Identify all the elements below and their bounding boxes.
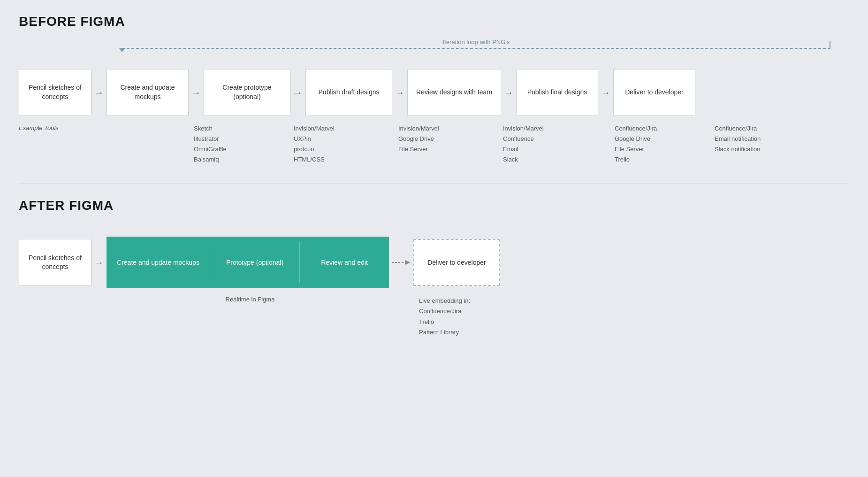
after-figma-title: AFTER FIGMA: [19, 198, 849, 213]
dashed-arrow-svg: [392, 258, 411, 267]
tools-review: Invision/Marvel Confluence Email Slack: [503, 123, 597, 165]
arrow-4-5: →: [392, 87, 407, 98]
after-flow-row: Pencil sketches of concepts → Create and…: [19, 237, 849, 288]
tools-publish-final: Confluence/Jira Google Drive File Server…: [615, 123, 697, 165]
after-tools-row: Realtime in Figma Live embedding in: Con…: [19, 296, 849, 337]
arrow-3-4: →: [290, 87, 305, 98]
before-figma-section: BEFORE FIGMA Iteration loop with PNG's P…: [19, 14, 849, 165]
dashed-arrow-down: [119, 48, 125, 52]
after-box-review-edit: Review and edit: [300, 237, 389, 288]
dashed-line-top: [122, 48, 830, 49]
iteration-label: Iteration loop with PNG's: [443, 38, 510, 46]
before-flow-row: Pencil sketches of concepts → Create and…: [19, 69, 849, 116]
arrow-5-6: →: [501, 87, 516, 98]
live-embed-col: Live embedding in: Confluence/Jira Trell…: [419, 296, 506, 337]
after-figma-section: AFTER FIGMA Pencil sketches of concepts …: [19, 198, 849, 337]
arrow-2-3: →: [189, 87, 204, 98]
dashed-line-right-end: [830, 41, 830, 48]
teal-group: Create and update mockups Prototype (opt…: [107, 237, 389, 288]
realtime-label: Realtime in Figma: [109, 296, 391, 303]
before-box-pencil: Pencil sketches of concepts: [19, 69, 91, 116]
arrow-1-2: →: [91, 87, 107, 98]
tools-deliver: Confluence/Jira Email notification Slack…: [715, 123, 797, 154]
before-figma-title: BEFORE FIGMA: [19, 14, 849, 29]
after-box-deliver: Deliver to developer: [413, 239, 500, 286]
svg-marker-1: [405, 260, 411, 265]
after-arrow-1: →: [91, 257, 107, 268]
example-tools-label: Example Tools: [19, 123, 103, 131]
after-arrow-dashed: [389, 258, 413, 267]
after-box-create-update: Create and update mockups: [107, 237, 210, 288]
tools-row: Example Tools Sketch Illustrator OmniGra…: [19, 123, 849, 165]
after-box-prototype: Prototype (optional): [210, 237, 299, 288]
before-box-publish-final: Publish final designs: [516, 69, 598, 116]
arrow-6-7: →: [598, 87, 613, 98]
before-box-prototype: Create prototype (optional): [204, 69, 290, 116]
after-spacer: [19, 223, 849, 237]
before-box-create-update: Create and update mockups: [107, 69, 189, 116]
after-box-pencil: Pencil sketches of concepts: [19, 239, 91, 286]
iteration-loop: Iteration loop with PNG's: [122, 38, 830, 64]
tools-prototype: Invision/Marvel UXPin proto.io HTML/CSS: [294, 123, 381, 165]
before-box-publish-draft: Publish draft designs: [305, 69, 392, 116]
before-box-deliver: Deliver to developer: [613, 69, 695, 116]
tools-publish-draft: Invision/Marvel Google Drive File Server: [398, 123, 485, 154]
before-box-review: Review designs with team: [407, 69, 501, 116]
tools-create-update: Sketch Illustrator OmniGraffle Balsamiq: [194, 123, 276, 165]
section-divider: [19, 184, 849, 184]
